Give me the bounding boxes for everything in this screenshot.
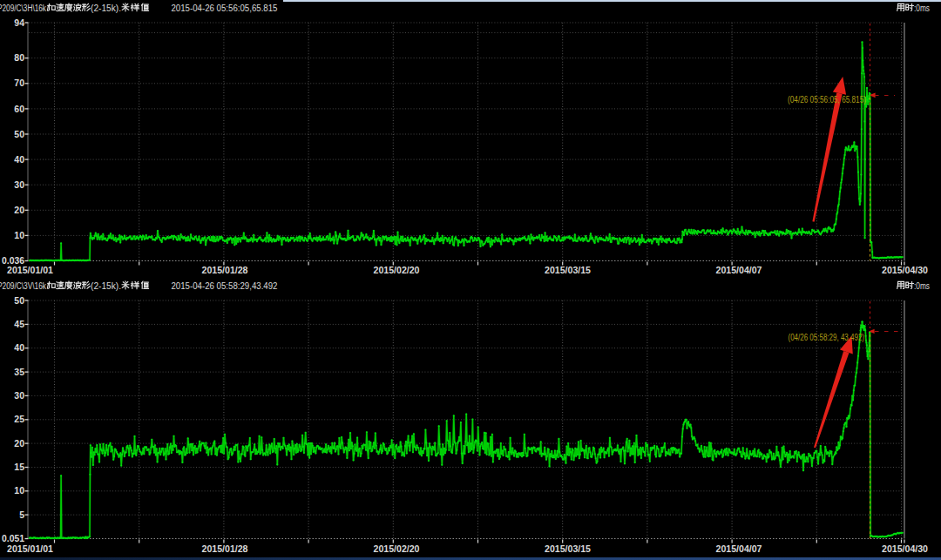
svg-text:2015-04-26 05:58:29,43.492: 2015-04-26 05:58:29,43.492 [172,281,278,291]
svg-text:2015-04-26 05:56:05,65.815: 2015-04-26 05:56:05,65.815 [172,3,278,13]
svg-text::0ms: :0ms [914,281,930,291]
svg-text:20: 20 [14,205,24,215]
svg-text:2015/01/01: 2015/01/01 [7,543,53,554]
svg-text:2015/04/30: 2015/04/30 [882,265,928,275]
svg-text:35: 35 [14,367,24,377]
svg-text:2015/03/15: 2015/03/15 [545,543,591,554]
svg-text:2015/04/07: 2015/04/07 [716,543,762,554]
svg-text:(2-15k).: (2-15k). [91,3,121,13]
svg-text:50: 50 [14,129,24,139]
svg-text:(2-15k).: (2-15k). [91,281,121,291]
svg-text:(04/26 05:56:05, 65.815): (04/26 05:56:05, 65.815) [788,95,866,105]
svg-text:2015/01/28: 2015/01/28 [202,543,248,554]
svg-text:2015/01/28: 2015/01/28 [202,265,248,275]
svg-text:30: 30 [14,390,24,401]
svg-text:25: 25 [14,414,24,424]
svg-text:30: 30 [14,179,24,190]
svg-text:60: 60 [14,104,24,114]
svg-text:45: 45 [14,319,24,329]
svg-text:(04/26 05:58:29, 43.492): (04/26 05:58:29, 43.492) [789,333,865,342]
svg-text:94: 94 [14,17,24,28]
svg-text::0ms: :0ms [914,3,930,13]
svg-text:10: 10 [14,485,24,496]
svg-text:2015/04/07: 2015/04/07 [716,265,762,275]
svg-text:5: 5 [19,509,24,520]
svg-text:50: 50 [14,295,24,306]
svg-text:2015/02/20: 2015/02/20 [374,265,420,275]
svg-text:P209/C\3V\16k: P209/C\3V\16k [0,281,47,291]
svg-text:P209/C\3H\16k: P209/C\3H\16k [0,3,47,13]
svg-text:40: 40 [14,342,24,353]
svg-text:20: 20 [14,438,24,449]
svg-text:80: 80 [14,52,24,63]
svg-text:0.051: 0.051 [2,533,24,543]
svg-text:15: 15 [14,462,24,472]
svg-text:2015/04/30: 2015/04/30 [882,543,928,554]
svg-text:10: 10 [14,230,24,240]
svg-text:2015/01/01: 2015/01/01 [7,265,53,275]
svg-text:2015/03/15: 2015/03/15 [545,265,591,275]
svg-text:40: 40 [14,154,24,165]
svg-text:2015/02/20: 2015/02/20 [374,543,420,554]
svg-text:70: 70 [14,78,24,88]
